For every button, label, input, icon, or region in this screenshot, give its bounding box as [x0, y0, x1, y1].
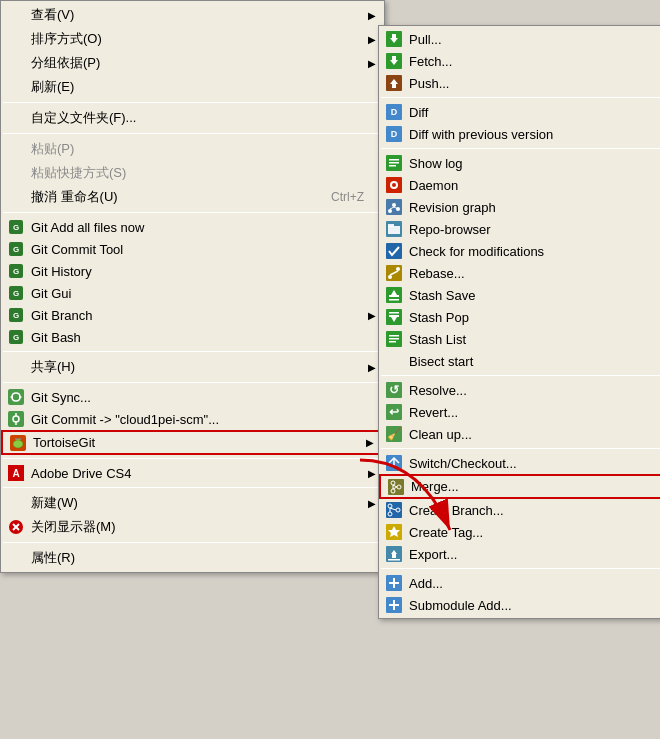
sub-menu-export[interactable]: Export... [379, 543, 660, 565]
sub-menu-resolve[interactable]: ↺ Resolve... [379, 379, 660, 401]
menu-item-paste[interactable]: 粘贴(P) [1, 137, 384, 161]
svg-rect-68 [389, 315, 399, 317]
menu-item-sort[interactable]: 排序方式(O) [1, 27, 384, 51]
menu-item-adobe[interactable]: A Adobe Drive CS4 [1, 462, 384, 484]
svg-rect-72 [389, 335, 399, 337]
menu-item-custom-folder[interactable]: 自定义文件夹(F)... [1, 106, 384, 130]
menu-item-close-display[interactable]: 关闭显示器(M) [1, 515, 384, 539]
create-tag-label: Create Tag... [409, 525, 483, 540]
menu-item-refresh[interactable]: 刷新(E) [1, 75, 384, 99]
add-label: Add... [409, 576, 443, 591]
sub-menu-create-branch[interactable]: Create Branch... [379, 499, 660, 521]
svg-text:D: D [391, 107, 398, 117]
menu-item-git-gui[interactable]: G Git Gui [1, 282, 384, 304]
separator-1 [3, 102, 382, 103]
share-label: 共享(H) [31, 358, 75, 376]
create-tag-icon [385, 523, 403, 541]
menu-item-git-sync[interactable]: Git Sync... [1, 386, 384, 408]
left-context-menu: 查看(V) 排序方式(O) 分组依据(P) 刷新(E) 自定义文件夹(F)...… [0, 0, 385, 573]
svg-text:↩: ↩ [389, 405, 399, 419]
sub-sep-1 [381, 97, 660, 98]
cleanup-label: Clean up... [409, 427, 472, 442]
sub-menu-diff[interactable]: D Diff [379, 101, 660, 123]
diff-prev-icon: D [385, 125, 403, 143]
svg-point-50 [388, 209, 392, 213]
separator-5 [3, 382, 382, 383]
git-history-icon: G [7, 262, 25, 280]
sub-menu-bisect-start[interactable]: Bisect start [379, 350, 660, 372]
close-display-icon [7, 518, 25, 536]
repo-browser-icon [385, 220, 403, 238]
svg-rect-74 [389, 341, 396, 343]
sub-menu-diff-prev[interactable]: D Diff with previous version [379, 123, 660, 145]
svg-text:D: D [391, 129, 398, 139]
new-label: 新建(W) [31, 494, 78, 512]
menu-item-git-history[interactable]: G Git History [1, 260, 384, 282]
sub-menu-check-mods[interactable]: Check for modifications [379, 240, 660, 262]
svg-rect-37 [392, 84, 396, 88]
resolve-icon: ↺ [385, 381, 403, 399]
group-label: 分组依据(P) [31, 54, 100, 72]
stash-pop-icon [385, 308, 403, 326]
sub-menu-revert[interactable]: ↩ Revert... [379, 401, 660, 423]
menu-item-git-commit-tool[interactable]: G Git Commit Tool [1, 238, 384, 260]
diff-icon: D [385, 103, 403, 121]
svg-rect-45 [389, 165, 396, 167]
sub-menu-push[interactable]: Push... [379, 72, 660, 94]
separator-4 [3, 351, 382, 352]
submodule-add-label: Submodule Add... [409, 598, 512, 613]
git-gui-label: Git Gui [31, 286, 71, 301]
sub-menu-merge[interactable]: Merge... [379, 474, 660, 499]
menu-item-properties[interactable]: 属性(R) [1, 546, 384, 570]
sub-menu-cleanup[interactable]: 🧹 Clean up... [379, 423, 660, 445]
rebase-icon [385, 264, 403, 282]
create-branch-icon [385, 501, 403, 519]
svg-rect-31 [392, 34, 396, 38]
paste-label: 粘贴(P) [31, 140, 74, 158]
menu-item-undo-rename[interactable]: 撤消 重命名(U) Ctrl+Z [1, 185, 384, 209]
menu-item-tortoisegit[interactable]: TortoiseGit [1, 430, 384, 455]
sub-menu-stash-list[interactable]: Stash List [379, 328, 660, 350]
sub-menu-stash-save[interactable]: Stash Save [379, 284, 660, 306]
svg-rect-99 [392, 554, 396, 558]
custom-folder-label: 自定义文件夹(F)... [31, 109, 136, 127]
submodule-add-icon [385, 596, 403, 614]
svg-rect-56 [388, 226, 400, 234]
sub-menu-switch-checkout[interactable]: Switch/Checkout... [379, 452, 660, 474]
sub-menu-fetch[interactable]: Fetch... [379, 50, 660, 72]
sub-menu-repo-browser[interactable]: Repo-browser [379, 218, 660, 240]
svg-rect-73 [389, 338, 399, 340]
svg-text:G: G [13, 223, 19, 232]
menu-item-new[interactable]: 新建(W) [1, 491, 384, 515]
sub-menu-submodule-add[interactable]: Submodule Add... [379, 594, 660, 616]
sub-sep-4 [381, 448, 660, 449]
sub-menu-rebase[interactable]: Rebase... [379, 262, 660, 284]
sub-menu-create-tag[interactable]: Create Tag... [379, 521, 660, 543]
svg-rect-44 [389, 162, 399, 164]
menu-item-git-bash[interactable]: G Git Bash [1, 326, 384, 348]
menu-item-git-commit[interactable]: Git Commit -> "cloud1pei-scm"... [1, 408, 384, 430]
export-icon [385, 545, 403, 563]
svg-text:G: G [13, 267, 19, 276]
menu-item-git-add[interactable]: G Git Add all files now [1, 216, 384, 238]
menu-item-share[interactable]: 共享(H) [1, 355, 384, 379]
menu-item-view[interactable]: 查看(V) [1, 3, 384, 27]
menu-item-paste-shortcut[interactable]: 粘贴快捷方式(S) [1, 161, 384, 185]
sub-sep-3 [381, 375, 660, 376]
git-branch-icon: G [7, 306, 25, 324]
svg-rect-100 [388, 559, 400, 561]
sub-menu-pull[interactable]: Pull... [379, 28, 660, 50]
menu-item-git-branch[interactable]: G Git Branch [1, 304, 384, 326]
svg-rect-58 [386, 243, 402, 259]
switch-checkout-label: Switch/Checkout... [409, 456, 517, 471]
menu-item-group[interactable]: 分组依据(P) [1, 51, 384, 75]
sub-menu-show-log[interactable]: Show log [379, 152, 660, 174]
svg-rect-57 [388, 224, 394, 227]
svg-text:G: G [13, 311, 19, 320]
stash-save-label: Stash Save [409, 288, 476, 303]
sub-menu-add[interactable]: Add... [379, 572, 660, 594]
sub-menu-revision-graph[interactable]: Revision graph [379, 196, 660, 218]
svg-point-60 [388, 275, 392, 279]
sub-menu-stash-pop[interactable]: Stash Pop [379, 306, 660, 328]
sub-menu-daemon[interactable]: Daemon [379, 174, 660, 196]
